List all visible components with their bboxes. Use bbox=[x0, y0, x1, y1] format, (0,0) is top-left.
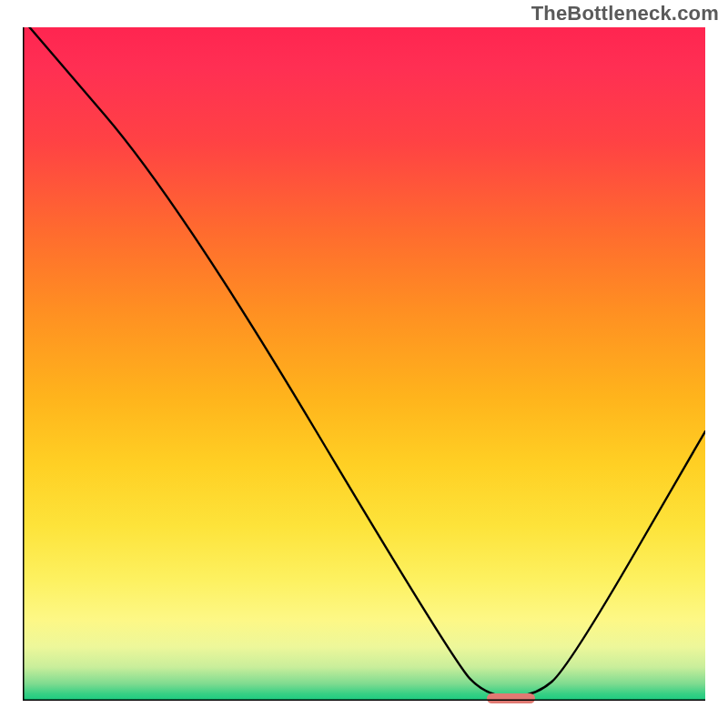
optimal-range-marker bbox=[487, 693, 535, 703]
gradient-background bbox=[23, 27, 705, 701]
bottleneck-chart: TheBottleneck.com bbox=[0, 0, 728, 728]
watermark-text: TheBottleneck.com bbox=[531, 2, 719, 25]
plot-area bbox=[23, 27, 705, 701]
